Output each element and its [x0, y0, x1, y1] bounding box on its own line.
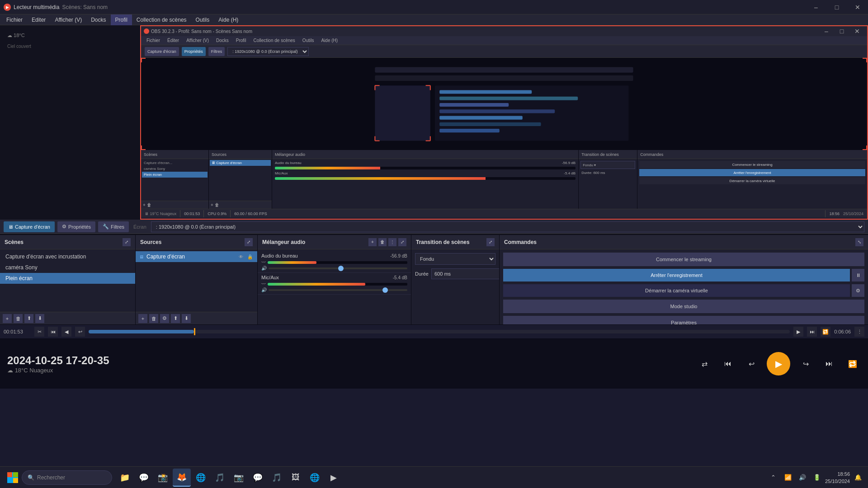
menu-afficher[interactable]: Afficher (V): [50, 14, 86, 25]
rewind-btn[interactable]: ↩: [743, 356, 760, 372]
inner-scene-del[interactable]: 🗑: [147, 202, 151, 207]
screen-select[interactable]: : 868x488 @ 0.0 (Écran principal): [151, 221, 864, 232]
scene-filter-btn[interactable]: ⬆: [24, 314, 33, 323]
timeline-step-btn[interactable]: ↩: [75, 327, 85, 337]
scene-item-2[interactable]: caméra Sony: [0, 262, 135, 273]
source-lock-btn[interactable]: 🔒: [246, 253, 254, 260]
inner-menu-collection[interactable]: Collection de scènes: [250, 38, 299, 43]
taskbar-app-edge[interactable]: 🌐: [192, 469, 210, 487]
inner-stop-record[interactable]: Arrêter l'enregistrement: [639, 169, 865, 176]
source-delete-btn[interactable]: 🗑: [149, 314, 158, 323]
taskbar-app-media[interactable]: ▶: [325, 469, 343, 487]
timeline-end-btn[interactable]: ⏭: [807, 327, 817, 337]
inner-source-item-1[interactable]: 🖥 Capture d'écran: [210, 160, 271, 166]
scene-add-btn[interactable]: +: [3, 314, 12, 323]
inner-menu-fichier[interactable]: Fichier: [143, 38, 164, 43]
taskbar-app-files[interactable]: 📁: [116, 469, 134, 487]
volume-knob-2[interactable]: [382, 287, 388, 293]
audio-expand-btn[interactable]: ⤢: [398, 238, 406, 246]
sources-expand-btn[interactable]: ⤢: [245, 238, 253, 246]
timeline-back-btn[interactable]: ⏮: [48, 327, 58, 337]
inner-start-stream[interactable]: Commencer le streaming: [639, 161, 865, 168]
inner-menu-aide[interactable]: Aide (H): [317, 38, 341, 43]
taskbar-app-chrome[interactable]: 🌐: [306, 469, 324, 487]
menu-outils[interactable]: Outils: [191, 14, 214, 25]
inner-close[interactable]: ✕: [850, 27, 864, 35]
timeline-progress-bar[interactable]: [89, 330, 790, 333]
inner-scene-item-3[interactable]: Plein écran: [142, 172, 208, 178]
taskbar-app-photos[interactable]: 📸: [154, 469, 172, 487]
volume-tray-icon[interactable]: 🔊: [796, 471, 809, 484]
inner-menu-afficher[interactable]: Afficher (V): [183, 38, 212, 43]
start-button[interactable]: [4, 469, 22, 487]
inner-minimize[interactable]: –: [819, 27, 834, 35]
menu-profil[interactable]: Profil: [111, 14, 132, 25]
play-button[interactable]: ▶: [767, 352, 790, 375]
close-button[interactable]: ✕: [847, 0, 868, 14]
chevron-icon[interactable]: ⌃: [767, 471, 780, 484]
audio-menu-btn[interactable]: ⋮: [388, 238, 396, 246]
scene-delete-btn[interactable]: 🗑: [14, 314, 23, 323]
source-eye-btn[interactable]: 👁: [237, 253, 245, 260]
taskbar-app-music[interactable]: 🎵: [211, 469, 229, 487]
timeline-cut-btn[interactable]: ✂: [34, 327, 44, 337]
inner-menu-docks[interactable]: Docks: [212, 38, 232, 43]
notifications-icon[interactable]: 🔔: [852, 471, 864, 484]
menu-aide[interactable]: Aide (H): [214, 14, 243, 25]
timeline-marker[interactable]: [194, 328, 195, 335]
inner-props-btn[interactable]: Propriétés: [182, 47, 206, 56]
source-add-btn[interactable]: +: [138, 314, 147, 323]
timeline-loop-btn[interactable]: 🔁: [821, 327, 830, 337]
minimize-button[interactable]: –: [806, 0, 826, 14]
audio-delete-btn[interactable]: 🗑: [378, 238, 387, 246]
inner-filters-btn[interactable]: Filtres: [208, 47, 225, 56]
capture-tab[interactable]: 🖥 Capture d'écran: [4, 221, 55, 232]
scene-down-btn[interactable]: ⬇: [35, 314, 44, 323]
inner-maximize[interactable]: □: [835, 27, 849, 35]
network-icon[interactable]: 📶: [782, 471, 794, 484]
inner-screen-select[interactable]: : 868x488 @ 0.0 (Écran principal): [227, 47, 309, 56]
properties-tab[interactable]: ⚙ Propriétés: [57, 221, 95, 232]
timeline-more-btn[interactable]: ⋮: [854, 327, 864, 337]
taskbar-search[interactable]: 🔍 Rechercher: [22, 470, 112, 485]
duration-input[interactable]: [431, 268, 499, 279]
taskbar-app-spotify[interactable]: 🎵: [268, 469, 286, 487]
taskbar-app-chat[interactable]: 💬: [135, 469, 153, 487]
volume-slider-1[interactable]: [269, 267, 407, 269]
battery-icon[interactable]: 🔋: [811, 471, 823, 484]
taskbar-app-firefox[interactable]: 🦊: [173, 469, 191, 487]
inner-menu-profil[interactable]: Profil: [232, 38, 250, 43]
pause-record-btn[interactable]: ⏸: [852, 269, 864, 282]
inner-capture-btn[interactable]: Capture d'écran: [145, 47, 179, 56]
virtual-cam-settings-btn[interactable]: ⚙: [852, 284, 864, 297]
volume-slider-2[interactable]: [269, 289, 407, 291]
audio-add-btn[interactable]: +: [368, 238, 377, 246]
transition-select[interactable]: FonduCoupureDéplacement: [415, 253, 495, 265]
menu-editer[interactable]: Editer: [27, 14, 50, 25]
inner-source-del[interactable]: 🗑: [215, 202, 219, 207]
source-up-btn[interactable]: ⬆: [171, 314, 180, 323]
menu-fichier[interactable]: Fichier: [2, 14, 27, 25]
menu-docks[interactable]: Docks: [86, 14, 110, 25]
inner-scene-item-1[interactable]: Capture d'écran...: [142, 160, 208, 166]
menu-collection[interactable]: Collection de scènes: [132, 14, 191, 25]
start-stream-btn[interactable]: Commencer le streaming: [503, 253, 864, 266]
forward-btn[interactable]: ↪: [797, 356, 814, 372]
scene-item-3[interactable]: Plein écran: [0, 273, 135, 284]
timeline-next-btn[interactable]: ▶: [793, 327, 803, 337]
taskbar-app-whatsapp[interactable]: 💬: [249, 469, 267, 487]
inner-scene-add[interactable]: +: [143, 202, 146, 207]
commands-expand-btn[interactable]: ⤡: [855, 238, 863, 246]
next-btn[interactable]: ⏭: [821, 356, 837, 372]
system-clock[interactable]: 18:56 25/10/2024: [825, 470, 850, 485]
inner-virtual-cam[interactable]: Démarrer la caméra virtuelle: [639, 177, 865, 184]
inner-menu-outils[interactable]: Outils: [299, 38, 318, 43]
virtual-cam-btn[interactable]: Démarrer la caméra virtuelle: [503, 284, 850, 297]
inner-menu-editer[interactable]: Éditer: [164, 38, 183, 43]
taskbar-app-photoshop[interactable]: 🖼: [287, 469, 305, 487]
scene-item-1[interactable]: Capture d'écran avec incrustation: [0, 251, 135, 262]
stop-record-btn[interactable]: Arrêter l'enregistrement: [503, 269, 850, 282]
inner-source-add[interactable]: +: [211, 202, 213, 207]
filters-tab[interactable]: 🔧 Filtres: [98, 221, 129, 232]
timeline-prev-btn[interactable]: ◀: [61, 327, 71, 337]
